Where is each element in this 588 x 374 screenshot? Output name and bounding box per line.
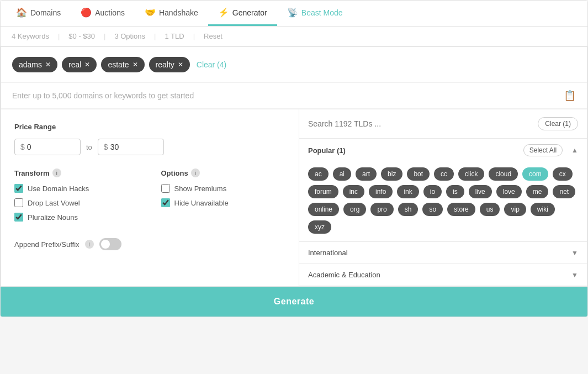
generate-button[interactable]: Generate — [1, 287, 587, 317]
price-from-input[interactable]: $ — [14, 139, 81, 155]
popular-chevron-icon[interactable]: ▲ — [571, 146, 578, 154]
international-header[interactable]: International ▼ — [299, 242, 587, 264]
tld-tag-store[interactable]: store — [447, 203, 475, 216]
domain-input-placeholder: Enter up to 5,000 domains or keywords to… — [12, 91, 194, 100]
tab-handshake[interactable]: 🤝 Handshake — [135, 1, 208, 26]
tld-tag-ink[interactable]: ink — [397, 185, 419, 198]
tld-search-row: Clear (1) — [299, 109, 587, 139]
main-content: adams ✕ real ✕ estate ✕ realty ✕ Clear (… — [1, 46, 587, 287]
tld-tag-is[interactable]: is — [446, 185, 464, 198]
tab-handshake-label: Handshake — [159, 8, 198, 17]
international-chevron-icon[interactable]: ▼ — [571, 249, 578, 257]
pluralize-nouns-checkbox[interactable] — [14, 213, 23, 222]
left-panel: Price Range $ to $ — [1, 109, 299, 286]
tld-tag-us[interactable]: us — [480, 203, 500, 216]
filter-options: 3 Options — [114, 32, 145, 40]
tld-tag-inc[interactable]: inc — [343, 185, 364, 198]
tld-tag-so[interactable]: so — [422, 203, 443, 216]
select-all-button[interactable]: Select All — [523, 144, 563, 156]
drop-last-vowel-checkbox[interactable] — [14, 198, 23, 207]
tld-tag-cx[interactable]: cx — [553, 167, 573, 181]
tld-tag-vip[interactable]: vip — [504, 203, 526, 216]
generate-bar: Generate — [1, 287, 587, 317]
options-section: Options i Show Premiums Hide Unavailable — [161, 168, 286, 227]
price-range-title: Price Range — [14, 123, 285, 131]
popular-title: Popular (1) — [308, 146, 346, 155]
tld-tag-wiki[interactable]: wiki — [531, 203, 555, 216]
tld-clear-button[interactable]: Clear (1) — [538, 117, 578, 130]
tld-tag-pro[interactable]: pro — [370, 203, 393, 216]
tld-tag-sh[interactable]: sh — [398, 203, 419, 216]
price-to-field[interactable] — [110, 143, 155, 151]
right-panel: Clear (1) Popular (1) Select All ▲ ac ai — [299, 109, 587, 286]
keyword-tag-realty: realty ✕ — [149, 57, 190, 72]
tld-tag-bot[interactable]: bot — [407, 167, 430, 181]
tld-tag-art[interactable]: art — [356, 167, 377, 181]
price-range-section: Price Range $ to $ — [14, 123, 285, 155]
drop-last-vowel-item: Drop Last Vowel — [14, 198, 139, 207]
tld-tag-cloud[interactable]: cloud — [489, 167, 518, 181]
show-premiums-item: Show Premiums — [161, 184, 286, 193]
reset-button[interactable]: Reset — [204, 32, 223, 40]
options-title: Options — [161, 169, 188, 177]
tld-tag-online[interactable]: online — [308, 203, 339, 216]
tld-tag-xyz[interactable]: xyz — [308, 220, 331, 234]
tld-tag-live[interactable]: live — [469, 185, 492, 198]
keyword-remove-real[interactable]: ✕ — [84, 61, 90, 69]
upload-icon[interactable]: 📋 — [564, 89, 576, 102]
tab-domains[interactable]: 🏠 Domains — [6, 1, 71, 26]
drop-last-vowel-label: Drop Last Vowel — [28, 199, 80, 207]
tld-tag-com[interactable]: com — [522, 167, 548, 181]
tld-tag-org[interactable]: org — [343, 203, 366, 216]
keyword-tag-adams: adams ✕ — [12, 57, 57, 72]
keyword-remove-realty[interactable]: ✕ — [178, 61, 183, 69]
price-from-field[interactable] — [27, 143, 71, 151]
keyword-remove-estate[interactable]: ✕ — [133, 61, 138, 69]
tab-auctions[interactable]: 🔴 Auctions — [71, 1, 135, 26]
tld-tags-container: ac ai art biz bot cc click cloud com cx … — [299, 162, 587, 241]
tab-beast-label: Beast Mode — [301, 8, 343, 17]
tld-tag-love[interactable]: love — [496, 185, 522, 198]
use-domain-hacks-checkbox[interactable] — [14, 184, 23, 193]
options-info-icon[interactable]: i — [191, 168, 200, 177]
tab-generator[interactable]: ⚡ Generator — [208, 1, 277, 26]
append-toggle[interactable] — [99, 238, 121, 250]
domain-input-row: Enter up to 5,000 domains or keywords to… — [1, 83, 587, 109]
tld-tag-me[interactable]: me — [526, 185, 549, 198]
keyword-label-realty: realty — [156, 60, 174, 69]
academic-chevron-icon[interactable]: ▼ — [571, 271, 578, 279]
keyword-remove-adams[interactable]: ✕ — [45, 61, 51, 69]
transform-header: Transform i — [14, 168, 139, 177]
hide-unavailable-label: Hide Unavailable — [174, 199, 229, 207]
options-header: Options i — [161, 168, 286, 177]
tld-tag-ai[interactable]: ai — [333, 167, 351, 181]
tld-tag-cc[interactable]: cc — [434, 167, 454, 181]
tab-auctions-label: Auctions — [95, 8, 125, 17]
transform-info-icon[interactable]: i — [52, 168, 61, 177]
append-info-icon[interactable]: i — [85, 240, 94, 249]
tld-search-input[interactable] — [308, 119, 538, 128]
tab-beast-mode[interactable]: 📡 Beast Mode — [277, 1, 353, 26]
clear-all-button[interactable]: Clear (4) — [197, 60, 226, 69]
tld-tag-click[interactable]: click — [458, 167, 484, 181]
panels: Price Range $ to $ — [1, 109, 587, 286]
show-premiums-checkbox[interactable] — [161, 184, 170, 193]
append-prefix-label: Append Prefix/Suffix — [14, 240, 80, 249]
academic-header[interactable]: Academic & Education ▼ — [299, 264, 587, 286]
tld-tag-ac[interactable]: ac — [308, 167, 329, 181]
tld-tag-io[interactable]: io — [423, 185, 442, 198]
filter-bar: 4 Keywords | $0 - $30 | 3 Options | 1 TL… — [1, 27, 587, 46]
academic-title: Academic & Education — [308, 271, 380, 279]
generator-icon: ⚡ — [218, 7, 229, 18]
tab-domains-label: Domains — [30, 8, 61, 17]
keyword-label-adams: adams — [19, 60, 42, 69]
tld-tag-info[interactable]: info — [369, 185, 393, 198]
tld-tag-biz[interactable]: biz — [381, 167, 402, 181]
use-domain-hacks-item: Use Domain Hacks — [14, 184, 139, 193]
tld-tag-forum[interactable]: forum — [308, 185, 338, 198]
hide-unavailable-checkbox[interactable] — [161, 198, 170, 207]
price-to-input[interactable]: $ — [98, 139, 164, 155]
international-section: International ▼ — [299, 242, 587, 264]
transform-title: Transform — [14, 169, 50, 177]
tld-tag-net[interactable]: net — [553, 185, 575, 198]
